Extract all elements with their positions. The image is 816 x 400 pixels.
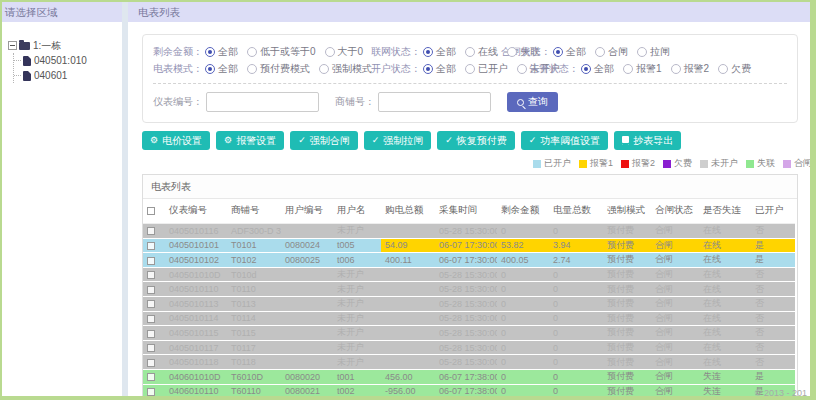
radio-icon[interactable] [637, 47, 647, 57]
table-row[interactable]: 0405010101T01010080024t00554.0906-07 17:… [143, 238, 795, 253]
radio-option[interactable]: 全部 [205, 45, 238, 59]
row-checkbox[interactable] [147, 373, 155, 381]
radio-icon[interactable] [671, 64, 681, 74]
row-checkbox[interactable] [147, 330, 155, 338]
radio-icon[interactable] [247, 64, 257, 74]
table-row[interactable]: 0405010102T01020080025t006400.1106-07 17… [143, 253, 795, 268]
row-checkbox[interactable] [147, 271, 155, 279]
radio-option[interactable]: 报警1 [623, 62, 662, 76]
radio-icon[interactable] [205, 47, 215, 57]
报警设置-button[interactable]: ⚙报警设置 [216, 131, 284, 150]
table-row[interactable]: 040501010DT010d未开户05-28 15:30:0000预付费合闸在… [143, 267, 795, 282]
shop-no-input[interactable] [378, 92, 491, 112]
抄表导出-button[interactable]: 抄表导出 [614, 131, 681, 150]
table-row[interactable]: 0405010118T0118未开户05-28 15:30:0000预付费合闸在… [143, 355, 795, 370]
恢复预付费-button[interactable]: ✓恢复预付费 [437, 131, 515, 150]
meter-no-label: 仪表编号： [153, 95, 203, 109]
filter-group: 告警状态：全部报警1报警2欠费 [529, 62, 760, 76]
radio-icon[interactable] [623, 64, 633, 74]
column-header: 用户名 [333, 199, 381, 224]
radio-icon[interactable] [465, 47, 475, 57]
legend-item: 已开户 [533, 157, 571, 170]
table-cell: T0113 [227, 296, 281, 311]
table-cell: 0 [497, 296, 549, 311]
tree-node-root[interactable]: 1:一栋 [8, 38, 118, 53]
radio-icon[interactable] [581, 64, 591, 74]
table-row[interactable]: 0405010116ADF300-D 3未开户05-28 15:30:0000预… [143, 224, 795, 239]
tree-node-label[interactable]: 040601 [34, 70, 67, 81]
radio-icon[interactable] [423, 47, 433, 57]
table-cell: 合闸 [651, 355, 699, 370]
radio-icon[interactable] [553, 47, 563, 57]
强制拉闸-button[interactable]: ✓强制拉闸 [364, 131, 432, 150]
radio-icon[interactable] [247, 47, 257, 57]
radio-label: 大于0 [338, 45, 364, 59]
row-checkbox[interactable] [147, 388, 155, 396]
radio-icon[interactable] [465, 64, 475, 74]
table-cell: 0405010114 [165, 311, 227, 326]
table-cell [381, 282, 435, 297]
table-cell: 05-28 15:30:00 [435, 355, 497, 370]
radio-icon[interactable] [325, 47, 335, 57]
query-button[interactable]: 查询 [507, 92, 558, 112]
radio-option[interactable]: 大于0 [325, 45, 364, 59]
强制合闸-button[interactable]: ✓强制合闸 [290, 131, 358, 150]
radio-icon[interactable] [205, 64, 215, 74]
radio-icon[interactable] [507, 47, 517, 57]
radio-option[interactable]: 拉闸 [637, 45, 670, 59]
radio-option[interactable]: 强制模式 [319, 62, 372, 76]
radio-option[interactable]: 在线 [465, 45, 498, 59]
row-checkbox[interactable] [147, 227, 155, 235]
tree-root-label[interactable]: 1:一栋 [33, 39, 61, 53]
table-row[interactable]: 0405010110T0110未开户05-28 15:30:0000预付费合闸在… [143, 282, 795, 297]
radio-icon[interactable] [595, 47, 605, 57]
filter-label: 联网状态： [371, 45, 421, 59]
table-cell [381, 326, 435, 341]
table-row[interactable]: 040601010DT6010D0080020t001456.0006-07 1… [143, 369, 795, 384]
check-icon: ✓ [298, 136, 306, 145]
radio-option[interactable]: 报警2 [671, 62, 710, 76]
radio-option[interactable]: 全部 [205, 62, 238, 76]
table-row[interactable]: 0405010117T0117未开户05-28 15:30:0000预付费合闸在… [143, 340, 795, 355]
电价设置-button[interactable]: ⚙电价设置 [142, 131, 210, 150]
radio-option[interactable]: 全部 [423, 45, 456, 59]
table-cell: 0080021 [281, 384, 333, 396]
row-checkbox[interactable] [147, 344, 155, 352]
row-checkbox[interactable] [147, 359, 155, 367]
row-checkbox[interactable] [147, 286, 155, 294]
radio-option[interactable]: 已开户 [465, 62, 508, 76]
row-checkbox[interactable] [147, 300, 155, 308]
legend-item: 欠费 [663, 157, 692, 170]
table-row[interactable]: 0405010113T0113未开户05-28 15:30:0000预付费合闸在… [143, 296, 795, 311]
table-cell: 未开户 [333, 224, 381, 239]
radio-icon[interactable] [517, 64, 527, 74]
radio-icon[interactable] [423, 64, 433, 74]
功率阈值设置-button[interactable]: ✓功率阈值设置 [521, 131, 609, 150]
radio-option[interactable]: 合闸 [595, 45, 628, 59]
tree-node[interactable]: 040501:010 [14, 53, 118, 68]
radio-option[interactable]: 全部 [581, 62, 614, 76]
select-all-checkbox[interactable] [147, 207, 155, 215]
table-row[interactable]: 0406010110T601100080021t002-956.0006-07 … [143, 384, 795, 396]
table-row[interactable]: 0405010114T0114未开户05-28 15:30:0000预付费合闸在… [143, 311, 795, 326]
table-cell: 05-28 15:30:00 [435, 224, 497, 239]
tree-node-label[interactable]: 040501:010 [34, 55, 87, 66]
tree-node[interactable]: 040601 [14, 68, 118, 83]
row-checkbox[interactable] [147, 257, 155, 265]
tree-collapse-icon[interactable] [8, 41, 17, 50]
radio-icon[interactable] [718, 64, 728, 74]
radio-option[interactable]: 全部 [423, 62, 456, 76]
radio-option[interactable]: 低于或等于0 [247, 45, 316, 59]
row-checkbox[interactable] [147, 315, 155, 323]
radio-option[interactable]: 欠费 [718, 62, 751, 76]
radio-option[interactable]: 预付费模式 [247, 62, 310, 76]
radio-option[interactable]: 全部 [553, 45, 586, 59]
legend-item: 未开户 [700, 157, 738, 170]
table-cell: 06-07 17:30:00 [435, 253, 497, 268]
table-row[interactable]: 0405010115T0115未开户05-28 15:30:0000预付费合闸在… [143, 326, 795, 341]
table-cell: t001 [333, 369, 381, 384]
meter-no-input[interactable] [206, 92, 319, 112]
radio-icon[interactable] [319, 64, 329, 74]
table-cell [381, 340, 435, 355]
row-checkbox[interactable] [147, 242, 155, 250]
